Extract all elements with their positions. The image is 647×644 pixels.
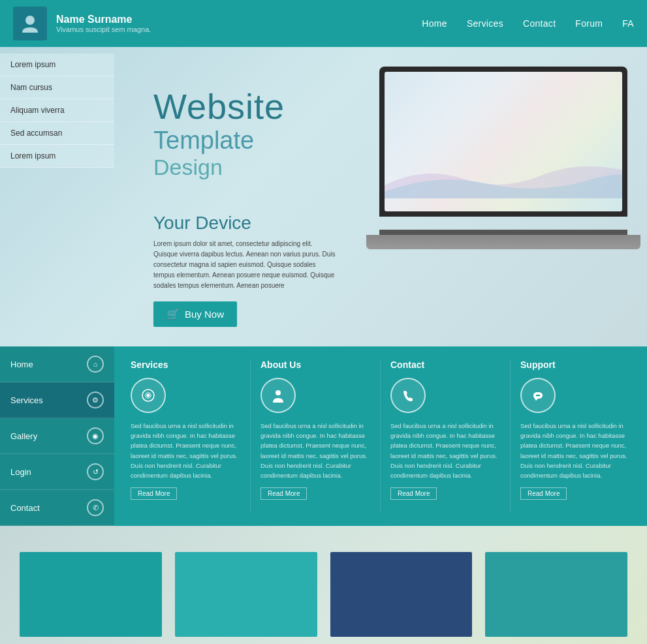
nav-services[interactable]: Services	[467, 18, 503, 29]
portfolio-thumb-2	[175, 552, 317, 637]
portfolio-item-3: Maecenas posuere Sed faucibus urna a nis…	[330, 552, 473, 644]
nav-forum[interactable]: Forum	[575, 18, 603, 29]
side-nav-services-label: Services	[10, 395, 43, 405]
support-col-desc: Sed faucibus urna a nisl sollicitudin in…	[520, 421, 631, 480]
services-read-more[interactable]: Read More	[131, 487, 177, 500]
menu-item-3[interactable]: Aliquam viverra	[0, 99, 114, 122]
portfolio-section: Vivamus at magna Sed faucibus urna a nis…	[0, 526, 647, 644]
nav-home[interactable]: Home	[422, 18, 447, 29]
side-nav-contact-label: Contact	[10, 503, 40, 513]
support-col-icon	[520, 378, 556, 413]
contact-col-title: Contact	[390, 360, 500, 370]
menu-item-1[interactable]: Lorem ipsum	[0, 54, 114, 76]
main-nav: Home Services Contact Forum FA	[422, 18, 634, 29]
about-col-icon	[260, 378, 296, 413]
svg-point-2	[147, 394, 150, 397]
service-col-contact: Contact Sed faucibus urna a nisl sollici…	[381, 360, 511, 513]
portfolio-thumb-1	[20, 552, 162, 637]
about-col-title: About Us	[260, 360, 370, 370]
side-nav: Home ⌂ Services ⚙ Gallery ◉ Login ↺ Cont…	[0, 346, 114, 526]
side-nav-gallery-label: Gallery	[10, 431, 37, 441]
side-nav-login-label: Login	[10, 467, 31, 477]
svg-point-0	[25, 16, 35, 25]
user-subtitle: Vivamus suscipit sem magna.	[56, 25, 422, 33]
nav-contact[interactable]: Contact	[523, 18, 556, 29]
portfolio-grid: Vivamus at magna Sed faucibus urna a nis…	[20, 552, 627, 644]
services-col-icon	[131, 378, 166, 413]
gallery-icon: ◉	[87, 427, 104, 444]
menu-item-4[interactable]: Sed accumsan	[0, 122, 114, 145]
side-nav-gallery[interactable]: Gallery ◉	[0, 418, 114, 454]
side-nav-contact[interactable]: Contact ✆	[0, 490, 114, 526]
laptop-illustration	[366, 67, 647, 249]
svg-point-6	[539, 395, 540, 396]
about-read-more[interactable]: Read More	[260, 487, 307, 500]
service-col-services: Services Sed faucibus urna a nisl sollic…	[121, 360, 251, 513]
services-content: Services Sed faucibus urna a nisl sollic…	[114, 346, 647, 526]
hero-left: Lorem ipsum Nam cursus Aliquam viverra S…	[0, 47, 114, 346]
nav-fa[interactable]: FA	[622, 18, 634, 29]
support-read-more[interactable]: Read More	[520, 487, 567, 500]
login-icon: ↺	[87, 463, 104, 480]
contact-read-more[interactable]: Read More	[390, 487, 437, 500]
hero-section: Lorem ipsum Nam cursus Aliquam viverra S…	[0, 47, 647, 346]
header-info: Name Surname Vivamus suscipit sem magna.	[56, 14, 422, 33]
contact-col-icon	[390, 378, 426, 413]
portfolio-thumb-4	[485, 552, 627, 637]
buy-now-label: Buy Now	[185, 309, 224, 320]
side-nav-services[interactable]: Services ⚙	[0, 382, 114, 418]
dropdown-menu: Lorem ipsum Nam cursus Aliquam viverra S…	[0, 54, 114, 168]
device-desc: Lorem ipsum dolor sit amet, consectetur …	[153, 239, 336, 291]
side-nav-home[interactable]: Home ⌂	[0, 346, 114, 382]
portfolio-item-4: Donec laoreet felis Sed faucibus urna a …	[485, 552, 627, 644]
header: Name Surname Vivamus suscipit sem magna.…	[0, 0, 647, 47]
contact-icon: ✆	[87, 499, 104, 516]
menu-item-5[interactable]: Lorem ipsum	[0, 145, 114, 168]
avatar	[13, 7, 47, 40]
service-col-about: About Us Sed faucibus urna a nisl sollic…	[251, 360, 381, 513]
services-col-desc: Sed faucibus urna a nisl sollicitudin in…	[131, 421, 240, 480]
side-nav-home-label: Home	[10, 360, 33, 369]
about-col-desc: Sed faucibus urna a nisl sollicitudin in…	[260, 421, 370, 480]
contact-col-desc: Sed faucibus urna a nisl sollicitudin in…	[390, 421, 500, 480]
portfolio-item-2: Aenean ut nisi et Sed faucibus urna a ni…	[175, 552, 317, 644]
menu-item-2[interactable]: Nam cursus	[0, 76, 114, 99]
home-icon: ⌂	[87, 356, 104, 373]
services-col-title: Services	[131, 360, 240, 370]
portfolio-thumb-3	[330, 552, 473, 637]
services-icon: ⚙	[87, 391, 104, 408]
cart-icon: 🛒	[166, 308, 180, 320]
portfolio-item-1: Vivamus at magna Sed faucibus urna a nis…	[20, 552, 162, 644]
user-name: Name Surname	[56, 14, 422, 25]
svg-point-3	[276, 390, 281, 395]
services-section: Home ⌂ Services ⚙ Gallery ◉ Login ↺ Cont…	[0, 346, 647, 526]
side-nav-login[interactable]: Login ↺	[0, 454, 114, 490]
support-col-title: Support	[520, 360, 631, 370]
buy-now-button[interactable]: 🛒 Buy Now	[153, 301, 237, 327]
service-col-support: Support Sed faucibus urna a nisl sollici…	[511, 360, 640, 513]
